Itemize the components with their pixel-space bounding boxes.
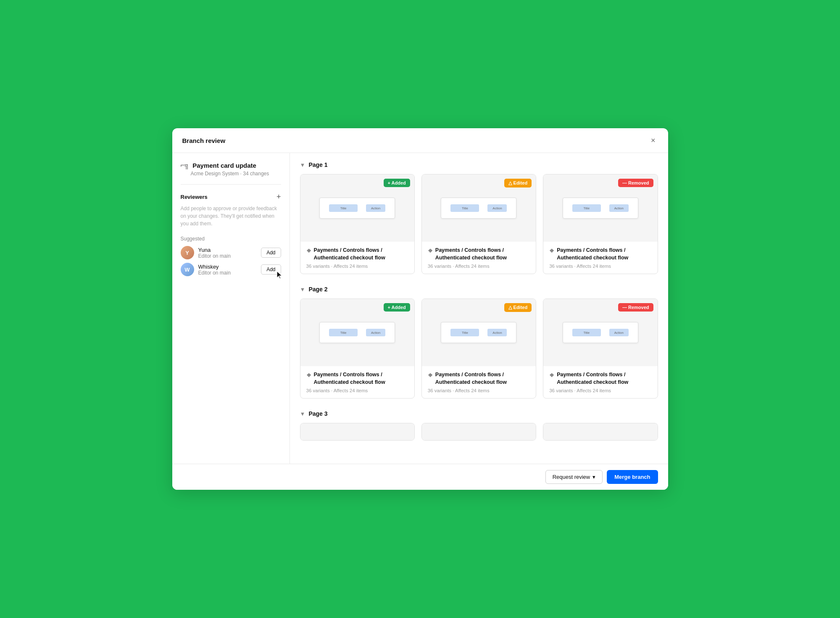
card-page3-2[interactable] bbox=[421, 423, 536, 441]
add-whiskey-button[interactable]: Add bbox=[261, 264, 281, 275]
card-component-name: ❖ Payments / Controls flows / Authentica… bbox=[428, 371, 530, 386]
component-icon: ❖ bbox=[549, 247, 554, 255]
card-page1-2[interactable]: Title Action △ Edited ❖ Payments / Contr… bbox=[421, 174, 536, 274]
merge-branch-button[interactable]: Merge branch bbox=[607, 470, 658, 484]
mini-action-bar: Action bbox=[609, 329, 629, 336]
card-page3-3[interactable] bbox=[543, 423, 658, 441]
card-badge-edited: △ Edited bbox=[504, 179, 532, 188]
mini-action-bar: Action bbox=[609, 204, 629, 212]
branch-meta: Acme Design System · 34 changes bbox=[181, 171, 281, 177]
suggested-name-whiskey: Whiskey bbox=[198, 264, 257, 270]
page-title-3: Page 3 bbox=[308, 410, 327, 417]
modal-header: Branch review × bbox=[172, 128, 668, 153]
mini-title-label: Title bbox=[583, 206, 590, 210]
card-page3-1[interactable] bbox=[300, 423, 415, 441]
card-component-path: Payments / Controls flows / Authenticate… bbox=[557, 247, 651, 261]
mini-action-label: Action bbox=[492, 331, 502, 335]
mini-action-bar: Action bbox=[366, 329, 385, 336]
card-page2-3[interactable]: Title Action — Removed ❖ Payments / Cont… bbox=[543, 298, 658, 399]
branch-icon: ⌐╗ bbox=[181, 161, 190, 169]
suggested-name-yuna: Yuna bbox=[198, 247, 257, 253]
card-preview: Title Action — Removed bbox=[543, 299, 657, 366]
mini-title-bar: Title bbox=[450, 204, 479, 212]
card-info: ❖ Payments / Controls flows / Authentica… bbox=[422, 242, 536, 274]
mini-action-label: Action bbox=[492, 206, 502, 210]
avatar-yuna: Y bbox=[181, 246, 194, 259]
component-icon: ❖ bbox=[549, 372, 554, 379]
suggested-info-yuna: Yuna Editor on main bbox=[198, 247, 257, 259]
mini-title-label: Title bbox=[340, 331, 347, 335]
add-reviewer-button[interactable]: + bbox=[276, 193, 281, 201]
cards-grid-page-1: Title Action + Added ❖ Payments / Contro… bbox=[300, 174, 658, 274]
mini-title-label: Title bbox=[583, 331, 590, 335]
card-page2-2[interactable]: Title Action △ Edited ❖ Payments / Contr… bbox=[421, 298, 536, 399]
page-chevron-icon: ▼ bbox=[300, 162, 305, 168]
suggested-section: Suggested Y Yuna Editor on main Add W bbox=[181, 236, 281, 276]
card-meta: 36 variants · Affects 24 items bbox=[306, 388, 408, 393]
reviewers-hint: Add people to approve or provide feedbac… bbox=[181, 205, 281, 227]
avatar-whiskey: W bbox=[181, 263, 194, 276]
card-meta: 36 variants · Affects 24 items bbox=[428, 264, 530, 269]
mini-title-label: Title bbox=[462, 331, 468, 335]
card-page1-3[interactable]: Title Action — Removed ❖ Payments / Cont… bbox=[543, 174, 658, 274]
page-chevron-icon: ▼ bbox=[300, 411, 305, 417]
component-icon: ❖ bbox=[428, 372, 433, 379]
card-page2-1[interactable]: Title Action + Added ❖ Payments / Contro… bbox=[300, 298, 415, 399]
chevron-down-icon: ▾ bbox=[592, 474, 595, 480]
card-preview: Title Action + Added bbox=[300, 174, 414, 242]
mini-ui-preview: Title Action bbox=[563, 322, 638, 343]
mini-title-label: Title bbox=[340, 206, 347, 210]
mini-title-bar: Title bbox=[572, 329, 601, 336]
card-badge-removed: — Removed bbox=[618, 303, 653, 312]
mini-title-bar: Title bbox=[572, 204, 601, 212]
mini-action-label: Action bbox=[614, 206, 624, 210]
suggested-role-whiskey: Editor on main bbox=[198, 270, 257, 276]
request-review-button[interactable]: Request review ▾ bbox=[545, 470, 603, 484]
card-component-name: ❖ Payments / Controls flows / Authentica… bbox=[549, 371, 651, 386]
cards-grid-page-3 bbox=[300, 423, 658, 441]
card-component-name: ❖ Payments / Controls flows / Authentica… bbox=[549, 247, 651, 261]
suggested-item-yuna: Y Yuna Editor on main Add bbox=[181, 246, 281, 259]
branch-review-modal: Branch review × ⌐╗ Payment card update A… bbox=[172, 128, 668, 490]
mini-title-bar: Title bbox=[329, 204, 358, 212]
branch-name-row: ⌐╗ Payment card update bbox=[181, 161, 281, 169]
add-yuna-button[interactable]: Add bbox=[261, 248, 281, 258]
pages-container: ▼ Page 1 Title Action + Added ❖ bbox=[300, 161, 658, 441]
card-component-path: Payments / Controls flows / Authenticate… bbox=[435, 371, 530, 386]
modal-body: ⌐╗ Payment card update Acme Design Syste… bbox=[172, 153, 668, 464]
page-section-1: ▼ Page 1 Title Action + Added ❖ bbox=[300, 161, 658, 274]
close-button[interactable]: × bbox=[648, 136, 658, 145]
reviewers-title: Reviewers bbox=[181, 194, 208, 200]
mini-action-label: Action bbox=[371, 331, 380, 335]
card-page1-1[interactable]: Title Action + Added ❖ Payments / Contro… bbox=[300, 174, 415, 274]
card-preview: Title Action △ Edited bbox=[422, 174, 536, 242]
modal-footer: Request review ▾ Merge branch bbox=[172, 464, 668, 490]
card-badge-edited: △ Edited bbox=[504, 303, 532, 312]
component-icon: ❖ bbox=[306, 372, 311, 379]
card-preview: Title Action + Added bbox=[300, 299, 414, 366]
card-info: ❖ Payments / Controls flows / Authentica… bbox=[422, 366, 536, 398]
card-preview-partial bbox=[543, 423, 657, 440]
card-component-name: ❖ Payments / Controls flows / Authentica… bbox=[306, 371, 408, 386]
card-badge-removed: — Removed bbox=[618, 179, 653, 187]
card-meta: 36 variants · Affects 24 items bbox=[549, 388, 651, 393]
mini-title-bar: Title bbox=[329, 329, 358, 336]
suggested-list: Y Yuna Editor on main Add W Whiskey Edit… bbox=[181, 246, 281, 276]
page-section-3: ▼ Page 3 bbox=[300, 410, 658, 441]
card-component-path: Payments / Controls flows / Authenticate… bbox=[557, 371, 651, 386]
card-preview-partial bbox=[422, 423, 536, 440]
mini-title-label: Title bbox=[462, 206, 468, 210]
page-title-2: Page 2 bbox=[308, 286, 327, 293]
card-preview: Title Action — Removed bbox=[543, 174, 657, 242]
suggested-role-yuna: Editor on main bbox=[198, 253, 257, 259]
mini-action-bar: Action bbox=[366, 204, 385, 212]
suggested-label: Suggested bbox=[181, 236, 281, 242]
mini-title-bar: Title bbox=[450, 329, 479, 336]
mini-action-bar: Action bbox=[487, 204, 507, 212]
card-badge-added: + Added bbox=[384, 179, 410, 187]
modal-title: Branch review bbox=[182, 137, 226, 144]
card-meta: 36 variants · Affects 24 items bbox=[549, 264, 651, 269]
page-header-1: ▼ Page 1 bbox=[300, 161, 658, 168]
main-content: ▼ Page 1 Title Action + Added ❖ bbox=[290, 153, 668, 464]
branch-name: Payment card update bbox=[192, 162, 256, 169]
